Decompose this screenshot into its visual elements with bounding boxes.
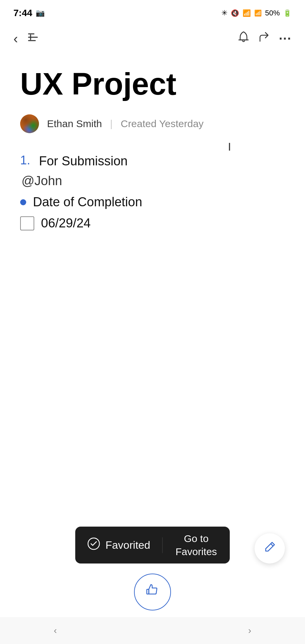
bottom-right-btn[interactable]: ›: [248, 625, 251, 636]
mute-icon: 🔇: [231, 9, 239, 17]
favorited-button[interactable]: Favorited: [75, 537, 163, 553]
svg-point-5: [88, 538, 99, 549]
numbered-list-item: 1. For Submission: [20, 153, 285, 168]
numbered-item-text: For Submission: [39, 153, 128, 168]
signal-icon: 📶: [254, 9, 262, 17]
author-name: Ethan Smith: [47, 118, 102, 129]
bullet-item-text: Date of Completion: [33, 195, 142, 209]
back-button[interactable]: ‹: [13, 31, 18, 46]
nav-right: ···: [238, 31, 292, 46]
created-date: Created Yesterday: [121, 118, 204, 129]
bullet-list-item: Date of Completion: [20, 195, 285, 209]
svg-rect-7: [147, 589, 149, 594]
go-to-favorites-button[interactable]: Go toFavorites: [163, 532, 230, 558]
go-favorites-label: Go toFavorites: [172, 532, 220, 558]
camera-icon: 📷: [36, 9, 45, 17]
wifi-icon: 📶: [243, 9, 251, 17]
nav-left: ‹: [13, 31, 40, 46]
favorited-bar: Favorited Go toFavorites: [75, 527, 230, 564]
svg-line-6: [271, 544, 273, 546]
cursor-indicator: I: [228, 140, 231, 153]
nav-bar: ‹ ···: [0, 23, 305, 54]
bottom-bar: ‹ ›: [0, 617, 305, 644]
outline-button[interactable]: [28, 32, 40, 45]
checkbox-control[interactable]: [20, 216, 34, 230]
favorited-label: Favorited: [105, 539, 150, 551]
thumbs-up-fab-button[interactable]: [134, 574, 171, 610]
edit-fab-button[interactable]: [255, 533, 285, 564]
status-time: 7:44: [13, 8, 32, 18]
page-content: UX Project Ethan Smith | Created Yesterd…: [0, 54, 305, 298]
status-icons: ✳ 🔇 📶 📶 50% 🔋: [221, 9, 292, 17]
edit-icon: [263, 541, 276, 556]
mention-item: @John: [20, 174, 285, 188]
battery-icon: 🔋: [283, 9, 292, 17]
checkbox-text: 06/29/24: [41, 216, 91, 230]
item-number: 1.: [20, 153, 34, 167]
notification-button[interactable]: [238, 31, 249, 46]
page-title: UX Project: [20, 67, 285, 101]
more-button[interactable]: ···: [279, 32, 292, 46]
checkbox-item[interactable]: 06/29/24: [20, 216, 285, 230]
meta-divider: |: [110, 118, 113, 129]
bottom-left-btn[interactable]: ‹: [54, 625, 57, 636]
thumbs-up-icon: [144, 582, 161, 602]
meta-row: Ethan Smith | Created Yesterday: [20, 114, 285, 133]
share-button[interactable]: [259, 31, 269, 46]
favorited-check-icon: [87, 537, 100, 553]
bullet-dot: [20, 199, 26, 205]
battery-text: 50%: [265, 9, 280, 17]
status-bar: 7:44 📷 ✳ 🔇 📶 📶 50% 🔋: [0, 0, 305, 23]
bluetooth-icon: ✳: [221, 9, 227, 17]
avatar: [20, 114, 39, 133]
